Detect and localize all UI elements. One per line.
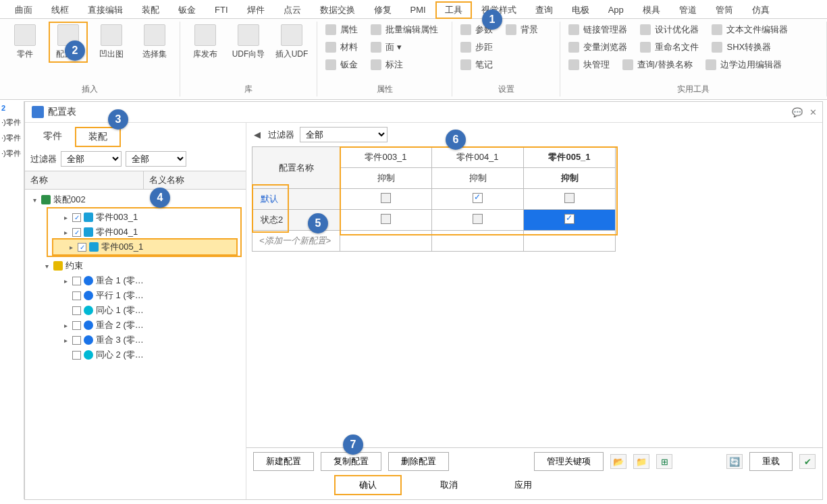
insert-udf-icon — [281, 24, 302, 46]
ribbon-tab[interactable]: 线框 — [42, 1, 78, 19]
grid-cell[interactable] — [432, 210, 524, 231]
ribbon-tab-tools[interactable]: 工具 — [435, 1, 472, 19]
checkbox[interactable] — [72, 277, 81, 285]
help-icon[interactable]: 💬 — [792, 107, 803, 117]
tree-root[interactable]: ▾装配002 — [25, 192, 246, 207]
folder-open-icon[interactable]: 📂 — [610, 454, 626, 469]
material-button[interactable]: 材料 面 ▾ — [323, 39, 446, 55]
ribbon-tab[interactable]: 焊件 — [238, 1, 274, 19]
grid-cell[interactable] — [340, 210, 432, 231]
udf-wizard-button[interactable]: UDF向导 — [229, 22, 268, 63]
tree-part-item[interactable]: ▸零件004_1 — [48, 225, 240, 240]
grid-filter-select[interactable]: 全部 — [300, 127, 388, 142]
util-row[interactable]: 变量浏览器 重命名文件 SHX转换器 — [566, 39, 821, 55]
tree-constraint-item[interactable]: 同心 2 (零… — [25, 347, 246, 362]
tree-constraint-item[interactable]: 平行 1 (零… — [25, 288, 246, 303]
attrs-button[interactable]: 属性 批量编辑属性 — [323, 22, 446, 38]
checkbox[interactable] — [473, 214, 483, 224]
filter-select-2[interactable]: 全部 — [126, 151, 186, 167]
checkbox[interactable] — [72, 291, 81, 300]
step-button[interactable]: 步距 — [458, 39, 554, 55]
checkbox[interactable] — [78, 243, 86, 252]
grid-cell[interactable] — [432, 189, 524, 210]
ribbon-tab[interactable]: 管道 — [670, 1, 706, 19]
tree-constraint-item[interactable]: ▸重合 3 (零… — [25, 333, 246, 347]
checkbox[interactable] — [473, 193, 483, 203]
grid-cell[interactable] — [524, 189, 616, 210]
delete-config-button[interactable]: 删除配置 — [388, 452, 449, 471]
step-icon — [460, 42, 471, 53]
ribbon-group-insert: 零件 配置表 凹出图 选择集 插入 — [0, 22, 180, 96]
insert-udf-button[interactable]: 插入UDF — [272, 22, 311, 63]
checkbox[interactable] — [381, 193, 391, 203]
tree-constraint-item[interactable]: 同心 1 (零… — [25, 303, 246, 318]
copy-config-button[interactable]: 复制配置 — [321, 452, 381, 471]
note-button[interactable]: 笔记 — [458, 57, 554, 73]
add-config-placeholder[interactable]: <添加一个新配置> — [252, 231, 340, 252]
ribbon-tab[interactable]: 直接编辑 — [78, 1, 132, 19]
state-row[interactable]: 默认 — [252, 189, 340, 210]
ribbon-tab[interactable]: 查询 — [526, 1, 562, 19]
checkbox[interactable] — [72, 228, 81, 237]
checkbox[interactable] — [72, 306, 81, 315]
checkbox[interactable] — [72, 351, 81, 360]
annotate-icon — [371, 59, 381, 70]
sheetmetal-button[interactable]: 钣金 标注 — [323, 57, 446, 73]
util-row[interactable]: 链接管理器 设计优化器 文本文件编辑器 — [566, 22, 821, 38]
ribbon-tab[interactable]: App — [599, 2, 633, 18]
checkbox[interactable] — [564, 214, 575, 224]
checkbox[interactable] — [72, 336, 81, 345]
ribbon-tab[interactable]: 管筒 — [706, 1, 743, 19]
check-icon[interactable]: ✔ — [799, 454, 816, 469]
tree-constraint-item[interactable]: ▸重合 1 (零… — [25, 273, 246, 288]
tree-constraint-item[interactable]: ▸重合 2 (零… — [25, 318, 246, 333]
checkbox[interactable] — [564, 193, 575, 203]
collapse-arrow-icon[interactable]: ◀ — [252, 130, 263, 140]
manage-keys-button[interactable]: 管理关键项 — [534, 452, 604, 471]
folder-new-icon[interactable]: 📁 — [633, 454, 649, 469]
ribbon-tab[interactable]: PMI — [401, 2, 435, 18]
block-mgr-icon — [568, 59, 579, 70]
checkbox[interactable] — [72, 321, 81, 330]
refresh-icon[interactable]: 🔄 — [726, 454, 743, 469]
apply-button[interactable]: 应用 — [496, 476, 550, 494]
filter-select-1[interactable]: 全部 — [61, 151, 122, 167]
grid-col-header[interactable]: 零件005_1 — [524, 147, 616, 168]
part-button[interactable]: 零件 — [5, 22, 45, 63]
checkbox[interactable] — [381, 214, 391, 224]
grid-col-header[interactable]: 零件004_1 — [432, 147, 524, 168]
excel-icon[interactable]: ⊞ — [656, 454, 672, 469]
tab-part[interactable]: 零件 — [30, 127, 75, 147]
new-config-button[interactable]: 新建配置 — [253, 452, 314, 471]
ribbon-tab[interactable]: 电极 — [562, 1, 599, 19]
checkbox[interactable] — [72, 213, 81, 222]
sliver-item: ·)零件 — [0, 146, 24, 161]
util-row[interactable]: 块管理 查询/替换名称 边学边用编辑器 — [566, 57, 821, 73]
grid-cell-selected[interactable] — [524, 210, 616, 231]
ribbon-tab[interactable]: 曲面 — [5, 1, 42, 19]
params-button[interactable]: 参数 背景 — [458, 22, 554, 38]
ribbon-tab[interactable]: 数据交换 — [311, 1, 365, 19]
tab-assembly[interactable]: 装配 — [75, 127, 121, 147]
ok-button[interactable]: 确认 — [334, 475, 402, 495]
ribbon-tab[interactable]: 模具 — [633, 1, 670, 19]
ribbon-tab[interactable]: 钣金 — [169, 1, 205, 19]
close-icon[interactable]: ✕ — [809, 107, 817, 117]
tree-part-item-selected[interactable]: ▸零件005_1 — [52, 238, 238, 256]
ribbon-tab[interactable]: 仿真 — [743, 1, 779, 19]
grid-col-header[interactable]: 零件003_1 — [340, 147, 432, 168]
config-table-panel: 配置表 💬 ✕ 零件 装配 过滤器 全部 全部 名称 名义名称 ▾装配002 — [24, 101, 823, 500]
ribbon-tab[interactable]: 点云 — [274, 1, 311, 19]
tree-constraints[interactable]: ▾约束 — [25, 258, 246, 273]
reload-button[interactable]: 重载 — [749, 452, 793, 471]
publish-library-button[interactable]: 库发布 — [186, 22, 225, 63]
selection-set-button[interactable]: 选择集 — [135, 22, 174, 63]
cancel-button[interactable]: 取消 — [422, 476, 476, 494]
ribbon-tab[interactable]: 修复 — [365, 1, 401, 19]
drawing-button[interactable]: 凹出图 — [92, 22, 131, 63]
tree-part-item[interactable]: ▸零件003_1 — [48, 210, 240, 225]
coincident-icon — [84, 335, 93, 345]
ribbon-tab[interactable]: FTI — [205, 2, 238, 18]
grid-cell[interactable] — [340, 189, 432, 210]
ribbon-tab[interactable]: 装配 — [132, 1, 169, 19]
